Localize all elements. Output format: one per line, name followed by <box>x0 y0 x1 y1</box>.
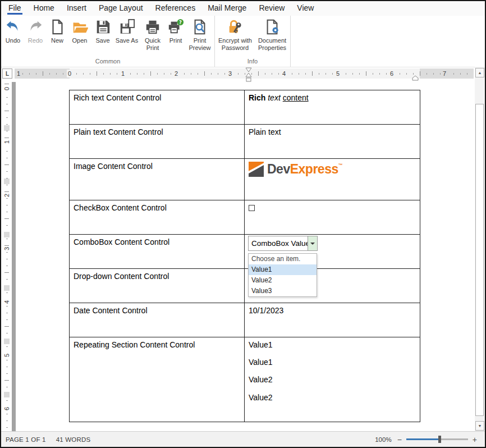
ruler-row: L 1 0 1 2 3 4 5 6 7 <box>1 67 475 83</box>
checkbox-content-control[interactable] <box>249 205 255 211</box>
scroll-down-button[interactable]: ▼ <box>475 421 484 431</box>
tab-selector[interactable]: L <box>2 68 12 79</box>
print-preview-button[interactable]: Print Preview <box>186 17 214 52</box>
quick-print-button[interactable]: Quick Print <box>140 17 166 52</box>
row-label-cell: CheckBox Content Control <box>70 200 245 235</box>
ruler-number: 0 <box>67 70 72 77</box>
new-document-icon <box>49 19 66 35</box>
rich-text-bold: Rich <box>249 93 265 102</box>
menu-tab-page-layout[interactable]: Page Layout <box>93 1 149 16</box>
ribbon: Undo Redo New Open Save <box>1 16 485 67</box>
encrypt-with-password-button[interactable]: Encrypt with Password <box>216 17 255 52</box>
combo-dropdown-arrow-icon <box>310 243 315 245</box>
ruler-number: 1 <box>16 70 21 77</box>
combobox-content-control-cell: ComboBox Value Choose an item. Value1 Va… <box>245 235 420 269</box>
table-row: Date Content Control 10/1/2023 <box>70 303 420 337</box>
undo-button[interactable]: Undo <box>2 17 24 45</box>
encrypt-password-icon <box>227 19 244 35</box>
svg-text:?: ? <box>179 20 182 25</box>
table-row: Drop-down Content Control <box>70 269 420 303</box>
save-icon <box>94 19 111 35</box>
row-label-cell: Rich text Content Control <box>70 90 245 125</box>
new-button[interactable]: New <box>47 17 68 45</box>
dropdown-option[interactable]: Value2 <box>249 275 317 286</box>
scroll-down-icon: ▼ <box>478 424 482 428</box>
print-preview-icon <box>191 19 208 35</box>
combobox-value: ComboBox Value <box>251 239 310 249</box>
document-page[interactable]: Rich text Content Control Rich text cont… <box>16 82 475 431</box>
zoom-level: 100% <box>375 436 391 443</box>
table-row: Image Content Control DevExpress™ <box>70 159 420 200</box>
scroll-up-button[interactable]: ▲ <box>475 68 484 77</box>
page-indicator: PAGE 1 OF 1 <box>6 436 46 443</box>
devexpress-logo: DevExpress™ <box>249 162 416 177</box>
row-label-cell: Plain text Content Control <box>70 125 245 159</box>
document-margin-gutter <box>12 82 16 431</box>
table-row: Rich text Content Control Rich text cont… <box>70 90 420 125</box>
combobox-content-control[interactable]: ComboBox Value <box>248 236 318 251</box>
menu-tab-references[interactable]: References <box>149 1 202 16</box>
undo-icon <box>4 19 21 35</box>
row-label-cell: ComboBox Content Control <box>70 235 245 269</box>
rich-text-underline: content <box>283 93 309 102</box>
quick-print-icon <box>144 19 161 35</box>
row-label-cell: Drop-down Content Control <box>70 269 245 303</box>
redo-button[interactable]: Redo <box>24 17 47 45</box>
redo-icon <box>27 19 44 35</box>
dropdown-option[interactable]: Value1 <box>249 264 317 275</box>
save-button[interactable]: Save <box>91 17 114 45</box>
status-bar: PAGE 1 OF 1 41 WORDS 100% − + <box>1 431 485 447</box>
document-properties-icon <box>264 19 281 35</box>
ruler-number: 7 <box>442 70 447 77</box>
ruler-number: 3 <box>3 246 10 252</box>
document-properties-button[interactable]: Document Properties <box>255 17 290 52</box>
open-button[interactable]: Open <box>68 17 91 45</box>
repeating-section-content-control[interactable]: Value1 Value1 Value2 Value2 <box>245 337 420 422</box>
print-icon: ? <box>167 19 184 35</box>
save-as-icon <box>118 19 135 35</box>
repeating-value: Value2 <box>249 392 416 403</box>
zoom-slider[interactable] <box>406 438 468 440</box>
scrollbar-thumb[interactable] <box>475 104 484 416</box>
zoom-controls: 100% − + <box>375 436 477 444</box>
combobox-dropdown-list: Choose an item. Value1 Value2 Value3 <box>248 253 317 297</box>
date-content-control[interactable]: 10/1/2023 <box>245 303 420 337</box>
menu-tab-insert[interactable]: Insert <box>61 1 93 16</box>
zoom-slider-handle[interactable] <box>438 436 441 443</box>
checkbox-content-control-cell <box>245 200 420 235</box>
menu-tab-file[interactable]: File <box>2 1 27 16</box>
row-label-cell: Image Content Control <box>70 159 245 200</box>
scroll-up-icon: ▲ <box>478 71 482 75</box>
table-row: CheckBox Content Control <box>70 200 420 235</box>
menu-bar: File Home Insert Page Layout References … <box>1 1 485 16</box>
ruler-number: 2 <box>3 193 10 198</box>
app-window: File Home Insert Page Layout References … <box>0 0 486 448</box>
image-content-control[interactable]: DevExpress™ <box>245 159 420 200</box>
dropdown-option[interactable]: Value3 <box>249 286 317 296</box>
ribbon-group-info: Encrypt with Password Document Propertie… <box>215 16 291 67</box>
vertical-ruler: 0 1 2 3 4 5 6 <box>2 83 12 431</box>
word-count: 41 WORDS <box>56 436 91 443</box>
plain-text-content-control[interactable]: Plain text <box>245 125 420 159</box>
content-controls-table: Rich text Content Control Rich text cont… <box>69 90 420 422</box>
combobox-dropdown-button[interactable] <box>308 236 317 250</box>
ruler-number: 5 <box>3 353 10 358</box>
repeating-value: Value2 <box>249 374 416 385</box>
menu-tab-home[interactable]: Home <box>27 1 61 16</box>
rich-text-content-control[interactable]: Rich text content <box>245 90 420 125</box>
zoom-out-button[interactable]: − <box>397 436 402 444</box>
ribbon-group-label-common: Common <box>2 57 214 67</box>
row-label-cell: Date Content Control <box>70 303 245 337</box>
table-row: Repeating Section Content Control Value1… <box>70 337 420 422</box>
ruler-number: 6 <box>3 406 10 412</box>
menu-tab-mail-merge[interactable]: Mail Merge <box>201 1 253 16</box>
ruler-number: 0 <box>3 86 10 92</box>
ruler-number: 6 <box>389 70 395 77</box>
menu-tab-view[interactable]: View <box>291 1 320 16</box>
dropdown-option[interactable]: Choose an item. <box>249 254 317 264</box>
print-button[interactable]: ? Print <box>166 17 186 45</box>
vertical-scrollbar[interactable]: ▲ ▼ <box>475 67 485 431</box>
zoom-in-button[interactable]: + <box>473 436 477 444</box>
save-as-button[interactable]: Save As <box>114 17 140 45</box>
menu-tab-review[interactable]: Review <box>253 1 291 16</box>
